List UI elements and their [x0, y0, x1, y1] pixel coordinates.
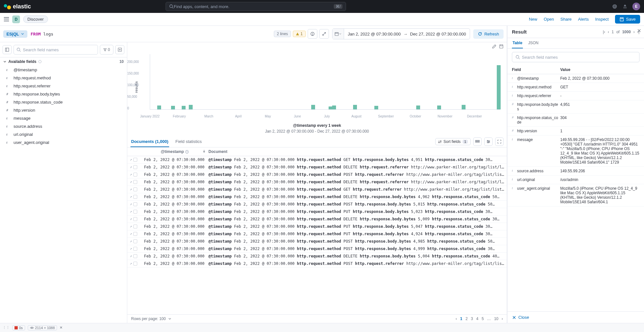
- table-row[interactable]: ↗Feb 2, 2022 @ 07:30:00.000@timestamp Fe…: [127, 216, 507, 223]
- expand-row-icon[interactable]: ↗: [130, 187, 132, 191]
- table-row[interactable]: ↗Feb 2, 2022 @ 07:30:00.000@timestamp Fe…: [127, 186, 507, 193]
- page-number[interactable]: 3: [471, 317, 473, 321]
- expand-row-icon[interactable]: ↗: [130, 165, 132, 169]
- add-field-button[interactable]: [115, 45, 124, 54]
- header-share[interactable]: Share: [561, 17, 572, 22]
- warnings-badge[interactable]: 1: [293, 31, 306, 37]
- expand-query-button[interactable]: [319, 29, 329, 39]
- field-item[interactable]: t@timestamp: [0, 66, 127, 74]
- menu-icon[interactable]: [4, 17, 9, 22]
- fullscreen-button[interactable]: [495, 137, 504, 146]
- table-row[interactable]: ↗Feb 2, 2022 @ 07:30:00.000@timestamp Fe…: [127, 208, 507, 216]
- help-icon[interactable]: [612, 4, 618, 9]
- page-number[interactable]: 4: [476, 317, 478, 321]
- user-avatar[interactable]: E: [632, 3, 640, 10]
- header-inspect[interactable]: Inspect: [595, 17, 609, 22]
- flyout-tab-table[interactable]: Table: [512, 38, 523, 48]
- row-checkbox[interactable]: [133, 247, 137, 251]
- available-fields-header[interactable]: Available fields 10: [0, 57, 127, 66]
- histogram-bar[interactable]: [374, 106, 378, 109]
- display-options-button[interactable]: [473, 137, 482, 146]
- histogram-bar[interactable]: [353, 105, 357, 109]
- table-row[interactable]: ↗Feb 2, 2022 @ 07:30:00.000@timestamp Fe…: [127, 260, 507, 267]
- save-chart-button[interactable]: [499, 44, 504, 50]
- flyout-field-row[interactable]: #http.response.status_code304: [507, 114, 644, 127]
- expand-row-icon[interactable]: ↗: [130, 195, 132, 199]
- flyout-field-row[interactable]: t@timestampFeb 2, 2022 @ 07:30:00.000: [507, 74, 644, 83]
- field-item[interactable]: #http.response.status_code: [0, 98, 127, 106]
- expand-row-icon[interactable]: ↗: [130, 254, 132, 258]
- page-next[interactable]: ›: [502, 317, 503, 321]
- header-new[interactable]: New: [529, 17, 537, 22]
- page-number[interactable]: 2: [466, 317, 468, 321]
- table-row[interactable]: ↗Feb 2, 2022 @ 07:30:00.000@timestamp Fe…: [127, 193, 507, 201]
- field-item[interactable]: turl.original: [0, 130, 127, 138]
- table-row[interactable]: ↗Feb 2, 2022 @ 07:30:00.000@timestamp Fe…: [127, 201, 507, 208]
- table-row[interactable]: ↗Feb 2, 2022 @ 07:30:00.000@timestamp Fe…: [127, 253, 507, 260]
- page-next[interactable]: ›: [633, 30, 635, 34]
- table-row[interactable]: ↗Feb 2, 2022 @ 07:30:00.000@timestamp Fe…: [127, 164, 507, 171]
- row-checkbox[interactable]: [133, 225, 137, 228]
- histogram-chart[interactable]: results 050,000100,000150,000200,000Janu…: [127, 52, 507, 123]
- expand-row-icon[interactable]: ↗: [130, 172, 132, 176]
- field-item[interactable]: tsource.address: [0, 122, 127, 130]
- row-checkbox[interactable]: [133, 262, 137, 266]
- flyout-field-row[interactable]: turl.original/usr/admin: [507, 176, 644, 184]
- field-item[interactable]: #http.version: [0, 106, 127, 114]
- tab-field-stats[interactable]: Field statistics: [175, 136, 203, 147]
- histogram-bar[interactable]: [416, 106, 420, 109]
- row-checkbox[interactable]: [133, 158, 137, 162]
- query-input[interactable]: FROM logs: [31, 32, 271, 36]
- flyout-field-row[interactable]: tuser_agent.originalMozilla/5.0 (iPhone;…: [507, 184, 644, 206]
- row-checkbox[interactable]: [133, 180, 137, 184]
- flyout-field-row[interactable]: thttp.request.methodGET: [507, 83, 644, 92]
- table-row[interactable]: ↗Feb 2, 2022 @ 07:30:00.000@timestamp Fe…: [127, 171, 507, 178]
- field-search-input[interactable]: Search field names: [14, 45, 98, 55]
- refresh-button[interactable]: Refresh: [473, 29, 504, 39]
- table-row[interactable]: ↗Feb 2, 2022 @ 07:30:00.000@timestamp Fe…: [127, 178, 507, 186]
- histogram-bar[interactable]: [462, 105, 466, 109]
- row-checkbox[interactable]: [133, 254, 137, 258]
- row-checkbox[interactable]: [133, 173, 137, 176]
- histogram-bar[interactable]: [182, 106, 186, 109]
- save-button[interactable]: Save: [615, 15, 640, 24]
- expand-row-icon[interactable]: ↗: [130, 224, 132, 228]
- app-badge[interactable]: D: [12, 15, 20, 23]
- page-prev[interactable]: ‹: [608, 30, 609, 34]
- expand-row-icon[interactable]: ↗: [130, 217, 132, 221]
- flyout-field-search[interactable]: Search field names: [512, 52, 639, 62]
- expand-row-icon[interactable]: ↗: [130, 209, 132, 214]
- col-document[interactable]: Document: [208, 149, 504, 154]
- statusbar-close[interactable]: ✕: [60, 326, 62, 330]
- table-settings-button[interactable]: [484, 137, 493, 146]
- table-row[interactable]: ↗Feb 2, 2022 @ 07:30:00.000@timestamp Fe…: [127, 223, 507, 230]
- drag-handle-icon[interactable]: ⋮⋮: [3, 326, 10, 330]
- brand-logo[interactable]: elastic: [4, 3, 31, 10]
- histogram-bar[interactable]: [497, 65, 501, 109]
- histogram-bar[interactable]: [157, 106, 161, 109]
- table-row[interactable]: ↗Feb 2, 2022 @ 07:30:00.000@timestamp Fe…: [127, 245, 507, 253]
- expand-row-icon[interactable]: ↗: [130, 261, 132, 266]
- field-item[interactable]: #http.response.body.bytes: [0, 90, 127, 98]
- tab-documents[interactable]: Documents (1,000): [130, 136, 169, 147]
- histogram-bar[interactable]: [189, 105, 193, 109]
- sidebar-collapse-button[interactable]: [3, 45, 12, 54]
- recording-indicator[interactable]: 0s: [12, 325, 25, 330]
- table-row[interactable]: ↗Feb 2, 2022 @ 07:30:00.000@timestamp Fe…: [127, 156, 507, 164]
- table-row[interactable]: ↗Feb 2, 2022 @ 07:30:00.000@timestamp Fe…: [127, 238, 507, 245]
- row-checkbox[interactable]: [133, 165, 137, 169]
- page-number[interactable]: …: [487, 317, 491, 321]
- col-timestamp[interactable]: @timestamp: [161, 149, 184, 154]
- row-checkbox[interactable]: [133, 239, 137, 243]
- field-item[interactable]: tmessage: [0, 114, 127, 122]
- row-checkbox[interactable]: [133, 210, 137, 214]
- flyout-field-row[interactable]: tsource.address149.55.99.206: [507, 167, 644, 176]
- header-alerts[interactable]: Alerts: [578, 17, 589, 22]
- field-filter-button[interactable]: 0: [100, 45, 113, 55]
- expand-row-icon[interactable]: ↗: [130, 232, 132, 236]
- rows-per-page[interactable]: Rows per page: 100: [131, 317, 166, 321]
- close-icon[interactable]: [637, 28, 641, 34]
- row-checkbox[interactable]: [133, 217, 137, 221]
- page-number[interactable]: 10: [494, 317, 498, 321]
- expand-row-icon[interactable]: ↗: [130, 157, 132, 162]
